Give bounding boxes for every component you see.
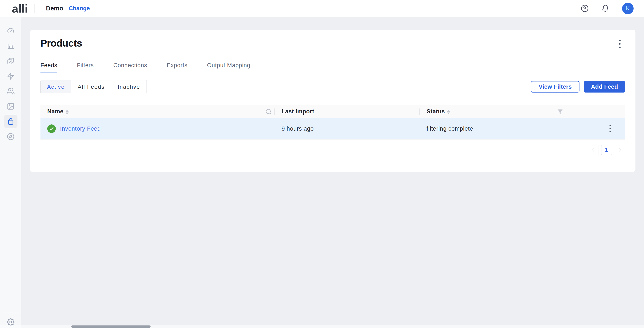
pagination-prev-button[interactable]: [588, 145, 598, 155]
success-check-icon: [47, 125, 56, 133]
row-menu-kebab-icon[interactable]: [608, 123, 612, 134]
tab-feeds[interactable]: Feeds: [40, 62, 57, 73]
cell-status: filtering complete: [420, 126, 566, 132]
tab-filters[interactable]: Filters: [77, 62, 94, 73]
feed-status-segmented-control: Active All Feeds Inactive: [40, 80, 147, 93]
toolbar-actions: View Filters Add Feed: [531, 81, 625, 93]
pagination-page-1-button[interactable]: 1: [601, 145, 612, 155]
column-label: Name: [47, 108, 64, 115]
shopping-bag-icon: [7, 118, 14, 125]
sidebar-item-audiences[interactable]: [4, 84, 18, 98]
segment-inactive[interactable]: Inactive: [111, 80, 146, 93]
tab-bar: Feeds Filters Connections Exports Output…: [30, 62, 636, 73]
bar-chart-icon: [7, 42, 14, 50]
horizontal-scrollbar-track[interactable]: [0, 325, 644, 328]
clipboard-check-icon: [7, 57, 14, 65]
column-header-name[interactable]: Name: [40, 105, 275, 118]
cell-actions: [595, 123, 625, 134]
feed-name-link[interactable]: Inventory Feed: [60, 126, 101, 132]
tab-exports[interactable]: Exports: [167, 62, 188, 73]
table-header-row: Name Last Import Status: [40, 105, 625, 118]
chevron-left-icon: [590, 148, 596, 153]
user-avatar[interactable]: K: [622, 3, 634, 14]
sidebar: [0, 17, 21, 328]
card-menu-kebab-icon[interactable]: [618, 38, 622, 50]
sidebar-divider: [2, 312, 19, 312]
card-header: Products: [30, 30, 636, 50]
pagination: 1: [40, 145, 625, 172]
feeds-table: Name Last Import Status: [40, 105, 625, 140]
segment-active[interactable]: Active: [41, 80, 71, 93]
segment-all-feeds[interactable]: All Feeds: [71, 80, 111, 93]
cell-last-import: 9 hours ago: [275, 126, 420, 132]
sidebar-nav: [0, 17, 21, 143]
column-header-last-import[interactable]: Last Import: [275, 105, 420, 118]
tab-connections[interactable]: Connections: [113, 62, 147, 73]
sidebar-item-tasks[interactable]: [4, 54, 18, 68]
column-header-empty-1: [566, 105, 595, 118]
column-search-icon[interactable]: [265, 109, 272, 115]
workspace-name: Demo: [46, 5, 63, 12]
logo-divider: [34, 3, 34, 13]
main-content: Products Feeds Filters Connections Expor…: [22, 17, 644, 328]
pagination-next-button[interactable]: [614, 145, 625, 155]
tab-output-mapping[interactable]: Output Mapping: [207, 62, 250, 73]
compass-icon: [7, 133, 14, 140]
dashboard-gauge-icon: [7, 27, 14, 35]
view-filters-button[interactable]: View Filters: [531, 81, 580, 93]
topbar-actions: K: [581, 3, 634, 14]
feeds-toolbar: Active All Feeds Inactive View Filters A…: [30, 80, 636, 93]
sidebar-item-products[interactable]: [4, 115, 18, 128]
sidebar-item-discover[interactable]: [4, 130, 18, 143]
settings-gear-icon[interactable]: [6, 318, 15, 326]
sidebar-item-creative[interactable]: [4, 100, 18, 113]
sort-carets-icon[interactable]: [66, 110, 68, 114]
products-card: Products Feeds Filters Connections Expor…: [30, 30, 636, 172]
sort-carets-icon[interactable]: [447, 110, 450, 114]
column-header-empty-2: [595, 105, 625, 118]
notifications-bell-icon[interactable]: [602, 4, 609, 12]
app-logo: alli: [12, 0, 28, 17]
top-bar: alli Demo Change K: [0, 0, 644, 17]
horizontal-scrollbar-thumb[interactable]: [71, 326, 150, 328]
change-workspace-link[interactable]: Change: [69, 5, 90, 12]
column-label: Last Import: [282, 108, 314, 115]
lightning-bolt-icon: [7, 72, 14, 80]
users-icon: [7, 87, 14, 95]
cell-name: Inventory Feed: [40, 125, 275, 133]
column-filter-funnel-icon[interactable]: [557, 109, 563, 115]
help-icon[interactable]: [581, 4, 589, 12]
table-row[interactable]: Inventory Feed 9 hours ago filtering com…: [40, 118, 625, 140]
sidebar-item-dashboard[interactable]: [4, 24, 18, 38]
page-title: Products: [40, 38, 82, 49]
sidebar-item-analytics[interactable]: [4, 39, 18, 53]
image-icon: [7, 103, 14, 110]
chevron-right-icon: [618, 148, 622, 153]
add-feed-button[interactable]: Add Feed: [584, 81, 625, 93]
sidebar-item-automation[interactable]: [4, 69, 18, 83]
column-label: Status: [426, 108, 445, 115]
column-header-status[interactable]: Status: [420, 105, 566, 118]
